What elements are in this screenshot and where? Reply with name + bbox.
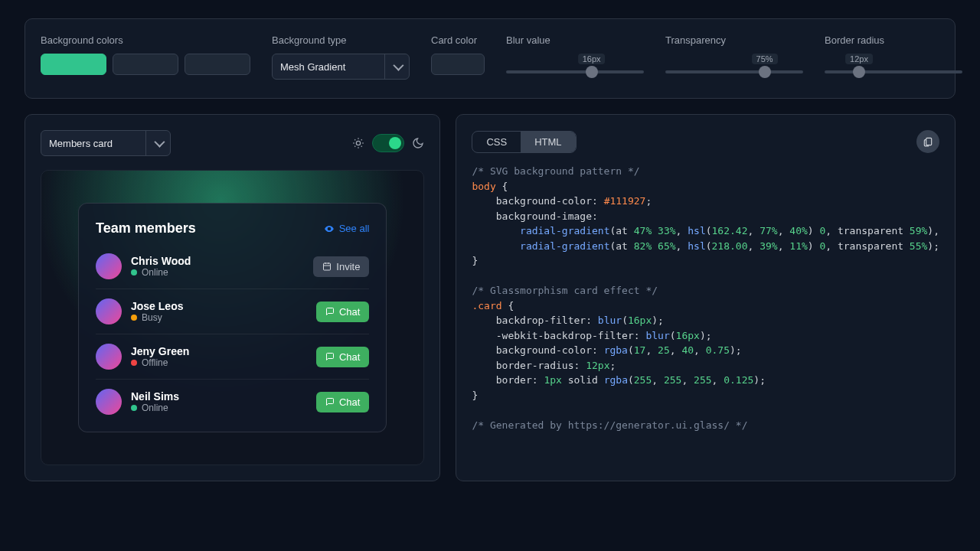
bg-colors-label: Background colors [41,34,250,46]
bg-type-group: Background type Mesh Gradient [272,34,410,80]
avatar [96,389,122,415]
transparency-label: Transparency [665,34,803,46]
chevron-down-icon [393,60,403,71]
chat-icon [325,397,335,406]
bg-color-swatch-1[interactable] [41,54,106,75]
code-panel: CSS HTML /* SVG background pattern */ bo… [456,114,956,481]
tab-css[interactable]: CSS [472,132,521,152]
dark-mode-toggle[interactable] [372,134,404,152]
radius-slider-thumb[interactable] [853,66,865,78]
member-name: Jeny Green [131,345,189,357]
chat-button[interactable]: Chat [316,347,369,367]
bg-colors-group: Background colors [41,34,250,75]
button-label: Chat [339,396,360,408]
status-label: Offline [142,357,168,368]
blur-group: Blur value 16px [506,34,644,73]
chat-button[interactable]: Chat [316,302,369,322]
blur-slider[interactable]: 16px [506,57,644,73]
status-dot [131,315,137,321]
radius-slider[interactable]: 12px [825,57,962,73]
button-label: Chat [339,351,360,363]
preview-panel: Members card Team members See [24,114,440,481]
avatar [96,253,122,279]
member-name: Neil Sims [131,390,179,403]
moon-icon [412,137,424,149]
see-all-label: See all [339,223,370,234]
preview-preset-chevron[interactable] [145,131,170,155]
status-dot [131,360,137,366]
member-status: Busy [131,312,183,323]
calendar-icon [322,262,332,271]
transparency-value-badge: 75% [752,54,778,64]
blur-value-badge: 16px [578,54,606,64]
avatar [96,298,122,324]
status-label: Online [142,267,168,278]
preview-surface: Team members See all Chris WoodOnlineInv… [41,170,424,465]
member-row: Neil SimsOnlineChat [96,379,369,424]
member-row: Chris WoodOnlineInvite [96,244,369,289]
member-status: Offline [131,357,189,368]
status-label: Busy [142,312,162,323]
blur-slider-thumb[interactable] [586,66,598,78]
transparency-slider-thumb[interactable] [759,66,771,78]
transparency-group: Transparency 75% [665,34,803,73]
see-all-link[interactable]: See all [324,223,370,234]
card-color-swatch[interactable] [431,54,485,75]
status-label: Online [142,403,168,413]
card-title: Team members [96,220,196,236]
bg-color-swatches [41,54,250,75]
chat-button[interactable]: Chat [316,392,369,412]
code-tab-segmented: CSS HTML [472,131,576,153]
member-row: Jose LeosBusyChat [96,289,369,334]
code-block[interactable]: /* SVG background pattern */ body { back… [472,164,939,432]
status-dot [131,269,137,276]
chat-icon [325,307,335,316]
bg-type-dropdown[interactable]: Mesh Gradient [272,54,410,80]
glass-card: Team members See all Chris WoodOnlineInv… [78,203,387,432]
controls-bar: Background colors Background type Mesh G… [24,18,956,99]
member-row: Jeny GreenOfflineChat [96,334,369,379]
chevron-down-icon [154,137,165,148]
blur-label: Blur value [506,34,644,46]
copy-button[interactable] [916,130,939,153]
bg-color-swatch-3[interactable] [185,54,250,75]
radius-value-badge: 12px [845,54,873,64]
button-label: Chat [339,306,360,318]
member-name: Chris Wood [131,255,191,267]
radius-label: Border radius [825,34,962,46]
transparency-slider[interactable]: 75% [665,57,803,73]
bg-type-chevron[interactable] [384,54,409,79]
clipboard-icon [923,136,933,147]
tab-html[interactable]: HTML [521,132,575,152]
avatar [96,344,122,370]
card-color-group: Card color [431,34,485,75]
svg-point-0 [357,141,361,145]
eye-icon [324,223,335,234]
invite-button[interactable]: Invite [313,256,369,277]
preview-preset-dropdown[interactable]: Members card [41,130,171,156]
bg-type-label: Background type [272,34,410,46]
member-status: Online [131,403,179,413]
svg-rect-2 [926,138,932,145]
members-list: Chris WoodOnlineInviteJose LeosBusyChatJ… [96,244,369,424]
member-name: Jose Leos [131,300,183,312]
bg-type-value: Mesh Gradient [273,54,384,79]
card-color-label: Card color [431,34,485,46]
theme-toggle-group [352,134,424,152]
member-status: Online [131,267,191,278]
sun-icon [352,137,364,149]
svg-rect-1 [324,263,331,270]
preview-preset-value: Members card [41,131,145,155]
bg-color-swatch-2[interactable] [113,54,178,75]
chat-icon [325,352,335,361]
button-label: Invite [336,261,360,272]
status-dot [131,405,137,411]
radius-group: Border radius 12px [825,34,962,73]
